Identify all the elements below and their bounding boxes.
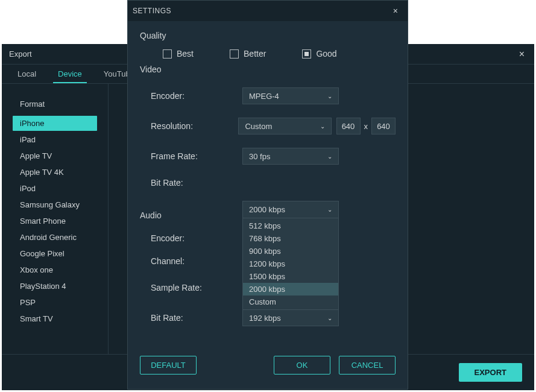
tab-device[interactable]: Device (47, 65, 93, 83)
sidebar-item-appletv[interactable]: Apple TV (13, 148, 97, 163)
sidebar-item-android[interactable]: Android Generic (13, 230, 97, 245)
resolution-inputs: x (336, 118, 396, 134)
video-bitrate-value: 2000 kbps (249, 205, 285, 214)
video-encoder-row: Encoder: MPEG-4 ⌄ (140, 87, 396, 104)
close-icon[interactable]: × (391, 6, 400, 16)
tab-local[interactable]: Local (7, 65, 47, 83)
default-button[interactable]: DEFAULT (140, 356, 197, 375)
video-framerate-label: Frame Rate: (151, 151, 242, 161)
quality-good-label: Good (316, 49, 336, 58)
sidebar-item-iphone[interactable]: iPhone (13, 116, 97, 131)
checkbox-icon (163, 49, 172, 58)
audio-bitrate-value: 192 kbps (249, 314, 281, 323)
video-section: Video Encoder: MPEG-4 ⌄ Resolution: Cust… (140, 65, 396, 188)
bitrate-option[interactable]: Custom (243, 296, 338, 308)
resolution-x: x (364, 122, 368, 131)
bitrate-option[interactable]: 1500 kbps (243, 270, 338, 283)
audio-bitrate-row: Bit Rate: 192 kbps ⌄ (140, 309, 396, 326)
audio-samplerate-label: Sample Rate: (151, 283, 242, 292)
video-encoder-value: MPEG-4 (249, 92, 279, 101)
close-icon[interactable]: × (517, 49, 527, 60)
settings-titlebar: SETTINGS × (128, 1, 408, 21)
video-resolution-value: Custom (245, 122, 272, 131)
quality-better-checkbox[interactable]: Better (230, 49, 266, 58)
video-framerate-select[interactable]: 30 fps ⌄ (242, 148, 339, 165)
sidebar-item-ipod[interactable]: iPod (13, 181, 97, 196)
video-bitrate-options: 512 kbps 768 kbps 900 kbps 1200 kbps 150… (243, 218, 338, 309)
video-bitrate-select[interactable]: 2000 kbps ⌄ (243, 201, 338, 218)
video-framerate-value: 30 fps (249, 152, 270, 161)
video-encoder-select[interactable]: MPEG-4 ⌄ (242, 87, 339, 104)
sidebar-item-pixel[interactable]: Google Pixel (13, 246, 97, 261)
bitrate-option[interactable]: 512 kbps (243, 220, 338, 232)
audio-bitrate-select[interactable]: 192 kbps ⌄ (242, 309, 339, 326)
export-button[interactable]: EXPORT (459, 363, 522, 382)
footer-right: OK CANCEL (274, 356, 396, 375)
video-framerate-row: Frame Rate: 30 fps ⌄ (140, 148, 396, 165)
sidebar-header: Format (2, 95, 108, 113)
video-bitrate-label: Bit Rate: (151, 178, 242, 188)
video-bitrate-dropdown: 2000 kbps ⌄ 512 kbps 768 kbps 900 kbps 1… (242, 201, 339, 310)
audio-channel-label: Channel: (151, 256, 242, 266)
chevron-down-icon: ⌄ (327, 153, 332, 160)
audio-encoder-label: Encoder: (151, 233, 242, 243)
sidebar-item-appletv4k[interactable]: Apple TV 4K (13, 165, 97, 180)
ok-button[interactable]: OK (274, 356, 330, 375)
export-title: Export (9, 49, 32, 58)
audio-bitrate-label: Bit Rate: (151, 313, 242, 323)
sidebar-items: iPhone iPad Apple TV Apple TV 4K iPod Sa… (2, 113, 108, 326)
cancel-button[interactable]: CANCEL (339, 356, 396, 375)
settings-title: SETTINGS (133, 7, 171, 15)
format-sidebar: Format iPhone iPad Apple TV Apple TV 4K … (2, 84, 109, 354)
bitrate-option[interactable]: 1200 kbps (243, 258, 338, 270)
resolution-width-input[interactable] (336, 118, 361, 134)
sidebar-item-ps4[interactable]: PlayStation 4 (13, 279, 97, 294)
video-resolution-row: Resolution: Custom ⌄ x (140, 118, 396, 134)
quality-best-checkbox[interactable]: Best (163, 49, 194, 58)
quality-section-label: Quality (140, 31, 396, 40)
video-resolution-select[interactable]: Custom ⌄ (238, 118, 331, 134)
checkbox-icon (230, 49, 239, 58)
chevron-down-icon: ⌄ (327, 93, 332, 100)
quality-good-checkbox[interactable]: Good (302, 49, 336, 58)
chevron-down-icon: ⌄ (327, 315, 332, 321)
settings-content: Quality Best Better Good Video Encoder: … (128, 21, 408, 347)
quality-better-label: Better (244, 49, 266, 58)
sidebar-item-psp[interactable]: PSP (13, 295, 97, 310)
settings-dialog: SETTINGS × Quality Best Better Good Vide… (127, 0, 408, 390)
quality-best-label: Best (177, 49, 194, 58)
bitrate-option[interactable]: 2000 kbps (243, 283, 338, 296)
video-encoder-label: Encoder: (151, 91, 242, 101)
video-section-label: Video (140, 65, 396, 74)
bitrate-option[interactable]: 768 kbps (243, 232, 338, 245)
quality-options: Best Better Good (140, 49, 396, 58)
settings-footer: DEFAULT OK CANCEL (128, 347, 408, 389)
sidebar-item-xbox[interactable]: Xbox one (13, 262, 97, 277)
checkbox-icon (302, 49, 311, 58)
bitrate-option[interactable]: 900 kbps (243, 245, 338, 258)
sidebar-item-smartphone[interactable]: Smart Phone (13, 213, 97, 229)
sidebar-item-ipad[interactable]: iPad (13, 132, 97, 147)
sidebar-item-samsung[interactable]: Samsung Galaxy (13, 197, 97, 212)
video-bitrate-row: Bit Rate: (140, 178, 396, 188)
sidebar-item-smarttv[interactable]: Smart TV (13, 311, 97, 326)
resolution-height-input[interactable] (371, 118, 396, 134)
video-resolution-label: Resolution: (151, 121, 238, 131)
chevron-down-icon: ⌄ (320, 123, 325, 130)
chevron-down-icon: ⌄ (327, 206, 332, 213)
